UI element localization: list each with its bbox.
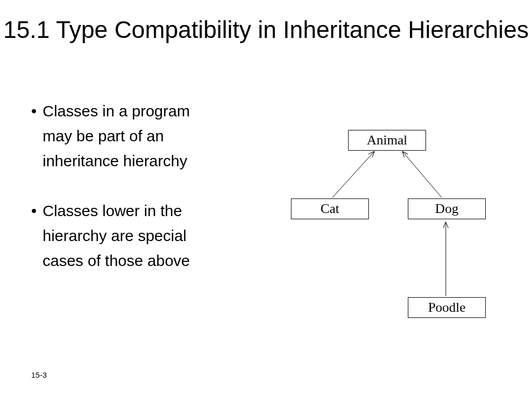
slide-title: 15.1 Type Compatibility in Inheritance H… [0,16,532,44]
node-cat: Cat [291,198,369,219]
bullet-marker: • [31,198,43,223]
slide: 15.1 Type Compatibility in Inheritance H… [0,0,532,399]
bullet-marker: • [31,99,43,124]
node-dog: Dog [408,198,486,219]
page-number: 15-3 [31,370,47,379]
bullet-text: Classes in a program [43,99,190,124]
spacer [31,174,270,198]
list-item: • Classes in a program [31,99,270,124]
bullet-text: hierarchy are special [31,223,270,248]
node-poodle: Poodle [408,297,486,318]
list-item: • Classes lower in the [31,198,270,223]
bullet-list: • Classes in a program may be part of an… [31,99,270,273]
arrow-cat-to-animal [332,152,374,197]
bullet-text: Classes lower in the [43,198,182,223]
bullet-text: inheritance hierarchy [31,149,270,174]
node-animal: Animal [348,130,426,151]
hierarchy-diagram: Animal Cat Dog Poodle [275,119,514,338]
arrow-dog-to-animal [403,152,442,197]
bullet-text: cases of those above [31,248,270,273]
bullet-text: may be part of an [31,124,270,149]
